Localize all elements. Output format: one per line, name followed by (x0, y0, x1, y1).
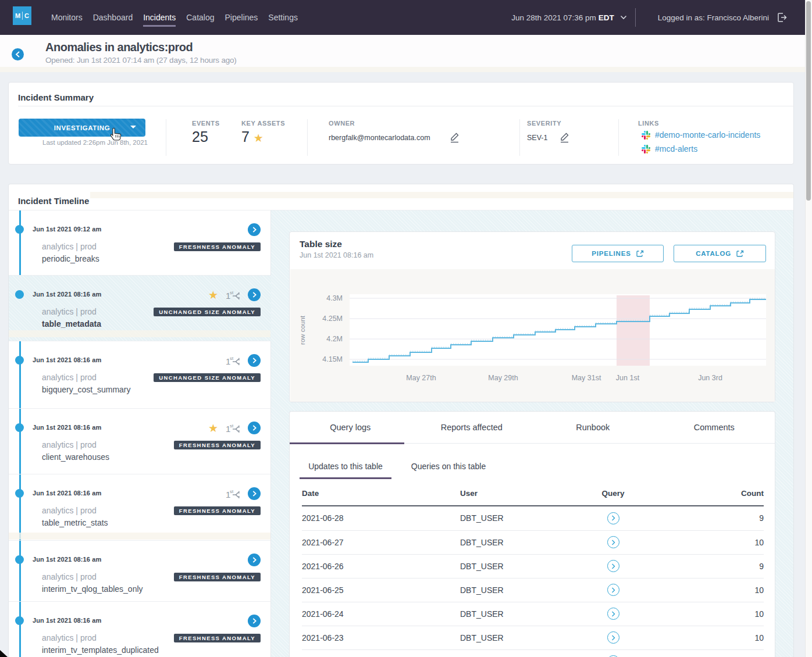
svg-text:st: st (230, 290, 234, 295)
svg-text:st: st (230, 423, 234, 429)
svg-text:Jun 1st: Jun 1st (616, 374, 640, 382)
svg-text:st: st (230, 356, 234, 361)
svg-text:Jun 3rd: Jun 3rd (698, 374, 722, 382)
svg-text:May 29th: May 29th (488, 374, 518, 382)
svg-text:4.25M: 4.25M (322, 315, 343, 323)
svg-text:4.3M: 4.3M (326, 294, 343, 302)
svg-text:4.2M: 4.2M (326, 335, 343, 343)
svg-text:May 31st: May 31st (572, 374, 601, 382)
svg-text:4.15M: 4.15M (322, 355, 343, 363)
svg-text:row count: row count (299, 315, 306, 345)
svg-text:st: st (230, 489, 234, 494)
svg-text:May 27th: May 27th (406, 374, 436, 382)
